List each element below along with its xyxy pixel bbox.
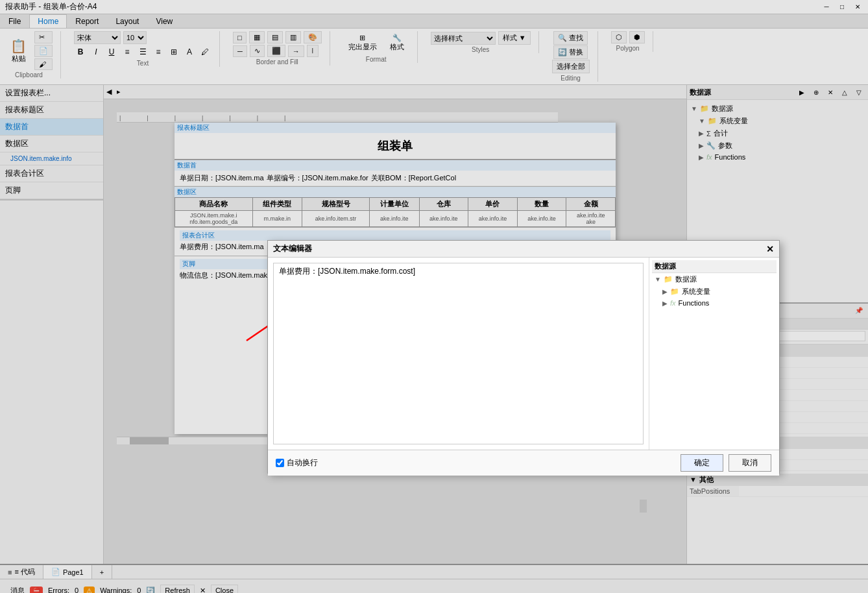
dialog-tree-functions[interactable]: ▶ fx Functions xyxy=(652,298,777,308)
autowrap-checkbox[interactable] xyxy=(276,459,284,467)
dialog-folder-sysvar: 📁 xyxy=(670,287,679,296)
dialog-footer: 自动换行 确定 取消 xyxy=(268,450,779,476)
dialog-tree-label-func: Functions xyxy=(679,299,710,307)
dialog-tree-label-ds: 数据源 xyxy=(675,274,697,284)
dialog-title-text: 文本编辑器 xyxy=(273,243,312,254)
dialog-close-btn[interactable]: ✕ xyxy=(766,244,774,254)
autowrap-checkbox-area: 自动换行 xyxy=(276,457,318,468)
dialog-content-text: 单据费用：[JSON.item.make.form.cost] xyxy=(279,267,415,276)
autowrap-label: 自动换行 xyxy=(287,457,318,468)
dialog-text-input[interactable]: 单据费用：[JSON.item.make.form.cost] xyxy=(273,263,644,444)
dialog-editor-area: 单据费用：[JSON.item.make.form.cost] xyxy=(268,258,649,450)
dialog-func-icon: fx xyxy=(670,299,676,307)
dialog-body: 单据费用：[JSON.item.make.form.cost] 数据源 ▼ 📁 xyxy=(268,258,779,450)
dialog-button-row: 确定 取消 xyxy=(681,454,771,472)
dialog-ds-header: 数据源 xyxy=(652,260,777,273)
dialog-tree-sysvar[interactable]: ▶ 📁 系统变量 xyxy=(652,285,777,298)
dialog-expand-ds: ▼ xyxy=(655,276,661,283)
dialog-folder-ds: 📁 xyxy=(664,275,673,284)
dialog-expand-sysvar: ▶ xyxy=(662,288,668,295)
dialog-ok-btn[interactable]: 确定 xyxy=(681,454,723,472)
dialog-expand-func: ▶ xyxy=(662,300,668,307)
dialog-tree-label-sysvar: 系统变量 xyxy=(682,287,710,296)
dialog-scroll-v-thumb xyxy=(640,500,647,513)
dialog-cancel-btn[interactable]: 取消 xyxy=(729,454,771,472)
dialog-datasource-panel: 数据源 ▼ 📁 数据源 ▶ 📁 系统变量 ▶ fx xyxy=(649,258,779,450)
dialog-ds-title: 数据源 xyxy=(655,261,676,271)
dialog-title-bar: 文本编辑器 ✕ xyxy=(268,241,779,258)
dialog-tree-datasource[interactable]: ▼ 📁 数据源 xyxy=(652,273,777,285)
dialog-ds-tree: ▼ 📁 数据源 ▶ 📁 系统变量 ▶ fx Functions xyxy=(652,273,777,308)
dialog-overlay[interactable]: 文本编辑器 ✕ 单据费用：[JSON.item.make.form.cost] … xyxy=(0,0,868,593)
text-editor-dialog: 文本编辑器 ✕ 单据费用：[JSON.item.make.form.cost] … xyxy=(267,240,780,474)
